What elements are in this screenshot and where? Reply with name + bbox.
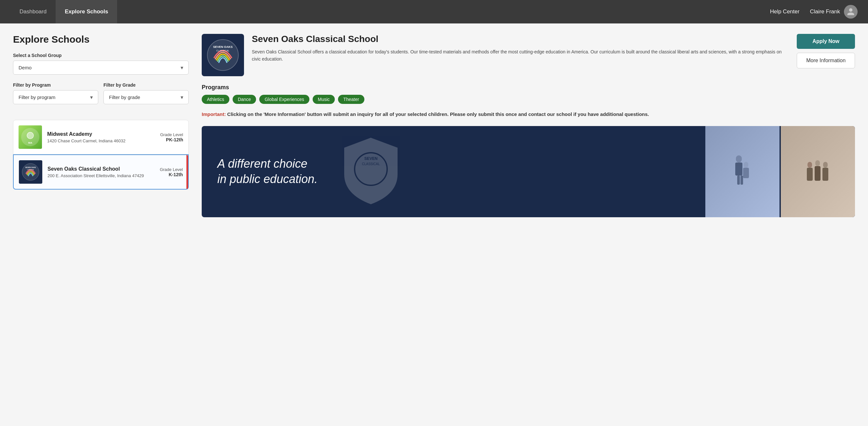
action-buttons: Apply Now More Information	[797, 34, 855, 68]
grade-value-midwest: PK-12th	[160, 137, 183, 142]
program-tag-dance[interactable]: Dance	[232, 95, 256, 104]
school-group-select-wrapper: Demo ▼	[13, 61, 189, 75]
svg-text:CLASSICAL: CLASSICAL	[27, 169, 34, 170]
school-detail-logo: SEVEN OAKS CLASSICAL	[202, 34, 244, 76]
programs-title: Programs	[202, 84, 855, 91]
school-info-midwest: Midwest Academy 1420 Chase Court Carmel,…	[47, 131, 155, 143]
important-label: Important:	[202, 111, 226, 117]
banner-photo-2	[781, 126, 855, 217]
school-detail-name: Seven Oaks Classical School	[252, 34, 789, 44]
school-address-midwest: 1420 Chase Court Carmel, Indiana 46032	[47, 138, 155, 143]
filter-row: Filter by Program Filter by program ▼ Fi…	[13, 82, 189, 112]
nav-explore-schools[interactable]: Explore Schools	[56, 0, 117, 24]
svg-rect-23	[823, 168, 828, 181]
program-tag-music[interactable]: Music	[313, 95, 335, 104]
nav-right: Help Center Claire Frank	[770, 5, 858, 19]
filter-grade-select[interactable]: Filter by grade	[103, 90, 189, 104]
svg-rect-21	[815, 166, 820, 181]
banner-text-area: A different choice in public education.	[202, 143, 705, 200]
school-name-seven-oaks: Seven Oaks Classical School	[48, 166, 155, 172]
user-menu[interactable]: Claire Frank	[810, 5, 858, 19]
filter-grade-label: Filter by Grade	[103, 82, 189, 88]
page-title: Explore Schools	[13, 34, 189, 45]
svg-rect-19	[807, 168, 813, 181]
svg-point-6	[207, 39, 238, 70]
filter-program-group: Filter by Program Filter by program ▼	[13, 82, 98, 112]
grade-info-seven-oaks: Grade Level K-12th	[160, 167, 183, 177]
user-name-label: Claire Frank	[810, 8, 840, 15]
school-list: MA Midwest Academy 1420 Chase Court Carm…	[13, 120, 189, 190]
svg-text:CLASSICAL: CLASSICAL	[362, 162, 380, 166]
filter-program-label: Filter by Program	[13, 82, 98, 88]
filter-grade-select-wrapper: Filter by grade ▼	[103, 90, 189, 104]
grade-info-midwest: Grade Level PK-12th	[160, 132, 183, 142]
school-info-seven-oaks: Seven Oaks Classical School 200 E. Assoc…	[48, 166, 155, 178]
help-center-link[interactable]: Help Center	[770, 8, 800, 15]
banner-slogan-line1: A different choice	[217, 156, 690, 172]
programs-section: Programs Athletics Dance Global Experien…	[202, 84, 855, 104]
nav-dashboard[interactable]: Dashboard	[10, 0, 56, 24]
nav-left: Dashboard Explore Schools	[10, 0, 117, 24]
program-tags: Athletics Dance Global Experiences Music…	[202, 95, 855, 104]
program-tag-global-experiences[interactable]: Global Experiences	[259, 95, 309, 104]
banner-photo-1	[705, 126, 779, 217]
svg-rect-12	[736, 155, 742, 163]
school-detail-info: Seven Oaks Classical School Seven Oaks C…	[252, 34, 789, 63]
svg-text:SEVEN OAKS: SEVEN OAKS	[213, 45, 232, 49]
school-logo-midwest: MA	[19, 125, 42, 149]
school-address-seven-oaks: 200 E. Association Street Ellettsville, …	[48, 173, 155, 178]
svg-rect-22	[823, 162, 828, 168]
banner-photo-collage	[705, 126, 855, 217]
svg-text:SEVEN: SEVEN	[364, 156, 378, 161]
important-text: Clicking on the 'More Information' butto…	[226, 111, 649, 117]
more-information-button[interactable]: More Information	[797, 53, 855, 68]
svg-rect-15	[741, 175, 743, 184]
svg-point-3	[22, 164, 39, 180]
navbar: Dashboard Explore Schools Help Center Cl…	[0, 0, 868, 24]
grade-value-seven-oaks: K-12th	[160, 172, 183, 177]
program-tag-theater[interactable]: Theater	[338, 95, 364, 104]
school-logo-seven-oaks: SEVEN OAKS CLASSICAL	[19, 160, 42, 184]
grade-label-seven-oaks: Grade Level	[160, 167, 183, 172]
school-item-midwest[interactable]: MA Midwest Academy 1420 Chase Court Carm…	[13, 120, 189, 154]
school-detail-header: SEVEN OAKS CLASSICAL Seven Oaks Classica…	[202, 34, 855, 76]
page-content: Explore Schools Select a School Group De…	[0, 24, 868, 228]
svg-rect-14	[737, 175, 740, 184]
svg-point-1	[27, 132, 33, 139]
filter-program-select[interactable]: Filter by program	[13, 90, 98, 104]
left-panel: Explore Schools Select a School Group De…	[13, 34, 189, 217]
svg-rect-17	[743, 168, 749, 178]
svg-rect-16	[744, 162, 748, 168]
school-banner: A different choice in public education. …	[202, 126, 855, 217]
right-panel: SEVEN OAKS CLASSICAL Seven Oaks Classica…	[202, 34, 855, 217]
banner-slogan-line2: in public education.	[217, 172, 690, 187]
banner-shield-watermark: SEVEN CLASSICAL	[338, 135, 403, 208]
school-group-label: Select a School Group	[13, 53, 189, 58]
school-group-select[interactable]: Demo	[13, 61, 189, 75]
filter-program-select-wrapper: Filter by program ▼	[13, 90, 98, 104]
svg-rect-18	[807, 162, 812, 168]
svg-text:SEVEN OAKS: SEVEN OAKS	[25, 166, 36, 168]
banner-slogan: A different choice in public education.	[217, 156, 690, 187]
school-detail-description: Seven Oaks Classical School offers a cla…	[252, 48, 789, 63]
svg-text:CLASSICAL: CLASSICAL	[216, 49, 229, 52]
filter-grade-group: Filter by Grade Filter by grade ▼	[103, 82, 189, 112]
school-name-midwest: Midwest Academy	[47, 131, 155, 137]
grade-label-midwest: Grade Level	[160, 132, 183, 137]
important-note: Important: Clicking on the 'More Informa…	[202, 110, 855, 118]
svg-rect-13	[735, 163, 742, 175]
apply-now-button[interactable]: Apply Now	[797, 34, 855, 49]
school-item-seven-oaks[interactable]: SEVEN OAKS CLASSICAL Seven Oaks Classica…	[13, 154, 189, 190]
svg-text:MA: MA	[28, 141, 33, 144]
svg-rect-20	[815, 160, 820, 166]
avatar	[844, 5, 858, 19]
program-tag-athletics[interactable]: Athletics	[202, 95, 229, 104]
